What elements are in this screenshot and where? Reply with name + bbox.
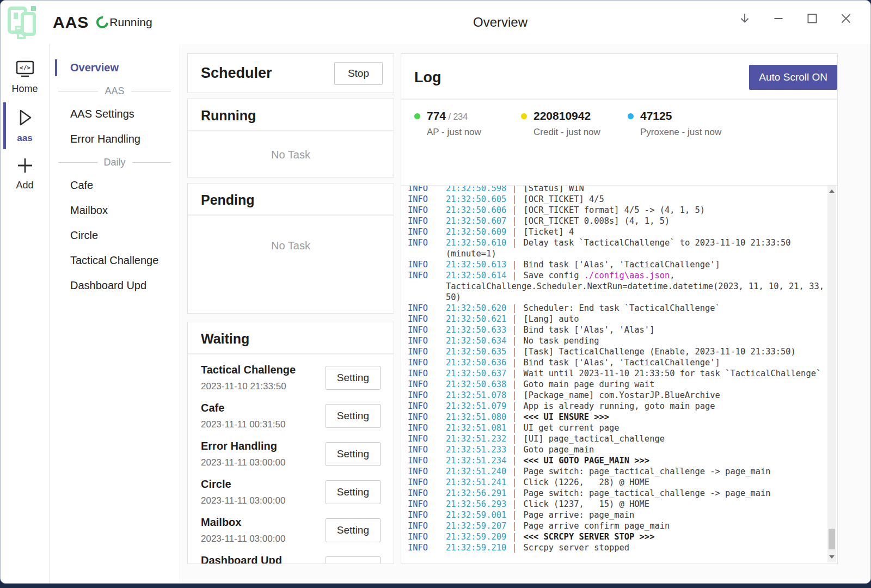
log-message-segment: Page arrive confirm page_main <box>523 521 670 531</box>
setting-button[interactable]: Setting <box>326 480 381 504</box>
log-line: INFO21:32:50.613|Bind task ['Alas', 'Tac… <box>408 259 837 270</box>
rail-item-home[interactable]: </> Home <box>1 54 49 101</box>
log-level: INFO <box>408 335 446 346</box>
setting-button[interactable]: Setting <box>326 442 381 466</box>
log-line: INFO21:32:56.293|Click (1237, 15) @ HOME <box>408 499 837 510</box>
log-level: INFO <box>408 531 446 542</box>
log-timestamp: 21:32:51.233 <box>446 445 506 455</box>
log-separator: | <box>512 369 517 378</box>
rail-item-aas[interactable]: aas <box>1 101 49 150</box>
minimize-icon[interactable] <box>769 9 788 28</box>
log-timestamp: 21:32:50.610 <box>446 238 506 248</box>
log-lines: INFO21:32:50.598|[Status] WININFO21:32:5… <box>401 185 837 553</box>
log-timestamp: 21:32:50.607 <box>446 216 506 226</box>
log-separator: | <box>512 358 517 367</box>
close-icon[interactable] <box>837 9 855 28</box>
log-line: INFO21:32:51.233|Goto page_main <box>408 444 837 455</box>
auto-scroll-button[interactable]: Auto Scroll ON <box>749 65 837 90</box>
log-message-segment: Goto main page during wait <box>523 379 654 389</box>
log-line: INFO21:32:50.634|No task pending <box>408 335 837 346</box>
log-separator: | <box>512 347 517 357</box>
log-separator: | <box>512 379 517 389</box>
log-separator: | <box>512 543 517 553</box>
task-next-run: 2023-11-11 03:00:00 <box>201 534 285 544</box>
log-content: 21:32:50.614|Save config ./config\aas.js… <box>446 270 824 303</box>
scroll-up-arrow-icon[interactable] <box>827 187 836 195</box>
rail-item-add[interactable]: Add <box>1 150 49 198</box>
play-icon <box>14 107 36 128</box>
log-line: INFO21:32:50.606|[OCR_TICKET format] 4/5… <box>408 205 837 216</box>
task-next-run: 2023-11-10 21:33:50 <box>201 381 296 392</box>
log-card: Log Auto Scroll ON 774 / 234AP - just no… <box>401 53 838 564</box>
log-level: INFO <box>408 324 446 335</box>
log-separator: | <box>512 401 517 411</box>
log-title: Log <box>414 69 441 86</box>
log-line: INFO21:32:50.633|Bind task ['Alas', 'Ala… <box>408 324 837 335</box>
log-content: 21:32:59.210|Scrcpy server stopped <box>446 542 824 553</box>
setting-button[interactable]: Setting <box>326 518 381 542</box>
waiting-task-list: Tactical Challenge2023-11-10 21:33:50Set… <box>188 354 394 564</box>
app-window: AAS Running Overview </> <box>0 0 871 584</box>
stat-dot-icon <box>521 113 527 119</box>
log-level: INFO <box>408 466 446 477</box>
log-level: INFO <box>408 303 446 314</box>
log-separator: | <box>512 521 517 531</box>
log-separator: | <box>512 303 517 313</box>
log-message-segment: [OCR_TICKET format] 4/5 -> (4, 1, 5) <box>523 205 705 215</box>
log-level: INFO <box>408 346 446 357</box>
task-info: Cafe2023-11-11 00:31:50 <box>201 402 285 430</box>
setting-button[interactable]: Setting <box>326 366 381 390</box>
maximize-icon[interactable] <box>803 9 821 28</box>
scheduler-column: Scheduler Stop Running No Task Pending N… <box>187 53 394 564</box>
sidebar-item-mailbox[interactable]: Mailbox <box>50 199 180 222</box>
log-scrollbar[interactable] <box>827 186 836 562</box>
stop-button[interactable]: Stop <box>334 62 383 85</box>
app-name: AAS <box>53 13 89 32</box>
log-message-segment: No task pending <box>523 336 599 346</box>
log-timestamp: 21:32:50.634 <box>446 336 506 346</box>
sidebar-item-tactical-challenge[interactable]: Tactical Challenge <box>50 249 180 272</box>
svg-text:</>: </> <box>20 64 30 71</box>
log-line: INFO21:32:51.234|<<< UI GOTO PAGE_MAIN >… <box>408 455 837 466</box>
log-separator: | <box>512 271 517 280</box>
page-title: Overview <box>473 1 527 44</box>
log-line: INFO21:32:50.635|[Task] TacticalChalleng… <box>408 346 837 357</box>
log-level: INFO <box>408 444 446 455</box>
log-level: INFO <box>408 488 446 499</box>
log-separator: | <box>512 467 517 476</box>
setting-button[interactable]: Setting <box>326 404 381 428</box>
download-update-icon[interactable] <box>735 9 754 28</box>
log-line: INFO21:32:50.614|Save config ./config\aa… <box>408 270 837 303</box>
pending-card: Pending No Task <box>187 183 394 314</box>
log-message-segment: [OCR_TICKET 0.008s] (4, 1, 5) <box>523 216 670 226</box>
log-line: INFO21:32:51.080|<<< UI ENSURE >>> <box>408 412 837 422</box>
log-message-segment: <<< SCRCPY SERVER STOP >>> <box>523 532 654 542</box>
running-empty-text: No Task <box>188 149 394 161</box>
log-level: INFO <box>408 185 446 194</box>
main-area: Scheduler Stop Running No Task Pending N… <box>180 44 870 583</box>
sidebar-item-error-handling[interactable]: Error Handling <box>50 127 180 151</box>
log-message-segment: ./config\aas.json <box>584 271 670 280</box>
log-message-segment: Click (1237, 15) @ HOME <box>523 499 649 509</box>
setting-button[interactable]: Setting <box>326 556 381 564</box>
scroll-down-arrow-icon[interactable] <box>827 553 836 561</box>
sidebar-item-overview[interactable]: Overview <box>50 56 180 79</box>
log-line: INFO21:32:59.001|Page arrive: page_main <box>408 510 837 520</box>
log-separator: | <box>512 216 517 226</box>
log-level: INFO <box>408 205 446 216</box>
sidebar-item-aas-settings[interactable]: AAS Settings <box>50 102 180 126</box>
log-content: 21:32:50.606|[OCR_TICKET format] 4/5 -> … <box>446 205 824 216</box>
stat-item: 774 / 234AP - just now <box>414 109 521 185</box>
log-content: 21:32:51.081|UI get current page <box>446 422 824 433</box>
log-line: INFO21:32:50.598|[Status] WIN <box>408 185 837 194</box>
task-row: Circle2023-11-11 03:00:00Setting <box>201 473 381 511</box>
log-content: 21:32:51.079|App is already running, got… <box>446 401 824 412</box>
sidebar-item-dashboard-upd[interactable]: Dashboard Upd <box>50 274 180 297</box>
log-line: INFO21:32:50.605|[OCR_TICKET] 4/5 <box>408 194 837 205</box>
sidebar-item-circle[interactable]: Circle <box>50 224 180 247</box>
task-info: Tactical Challenge2023-11-10 21:33:50 <box>201 364 296 392</box>
log-content: 21:32:50.633|Bind task ['Alas', 'Alas'] <box>446 324 824 335</box>
sidebar-item-cafe[interactable]: Cafe <box>50 174 180 197</box>
scrollbar-thumb[interactable] <box>829 529 835 549</box>
titlebar: AAS Running Overview <box>1 1 870 44</box>
